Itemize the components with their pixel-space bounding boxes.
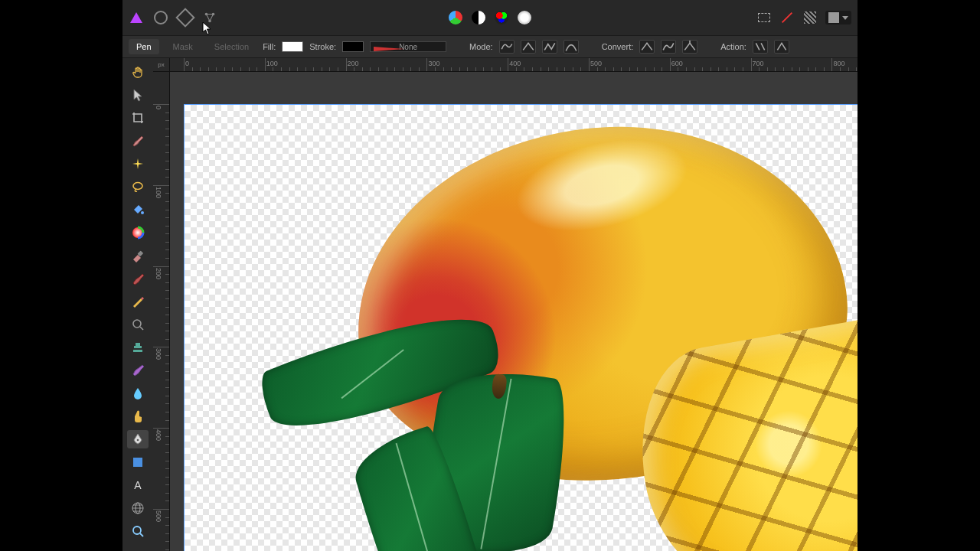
svg-point-3 bbox=[133, 183, 142, 190]
fill-label: Fill: bbox=[263, 42, 276, 51]
convert-sharp-icon[interactable] bbox=[639, 40, 655, 54]
channels-icon[interactable] bbox=[494, 10, 509, 25]
svg-rect-8 bbox=[133, 350, 142, 352]
color-picker-tool[interactable] bbox=[127, 223, 149, 242]
persona-toolbar bbox=[122, 0, 858, 35]
stroke-swatch[interactable] bbox=[342, 41, 364, 52]
contrast-icon[interactable] bbox=[471, 10, 486, 25]
flood-fill-tool[interactable] bbox=[127, 201, 149, 219]
zoom-blur-tool[interactable] bbox=[127, 315, 149, 334]
marquee-icon[interactable] bbox=[756, 10, 772, 25]
action-join-icon[interactable] bbox=[774, 40, 789, 54]
svg-point-7 bbox=[133, 320, 141, 328]
mix-brush-tool[interactable] bbox=[127, 269, 149, 288]
canvas-viewport[interactable] bbox=[170, 72, 858, 551]
convert-smart-icon[interactable] bbox=[682, 40, 697, 54]
move-tool[interactable] bbox=[127, 86, 149, 104]
action-label: Action: bbox=[720, 42, 746, 51]
view-zoom-tool[interactable] bbox=[127, 522, 149, 540]
stroke-label: Stroke: bbox=[309, 42, 336, 51]
tab-mask[interactable]: Mask bbox=[165, 39, 201, 54]
text-tool[interactable]: A bbox=[127, 476, 149, 494]
tool-panel: A bbox=[122, 58, 153, 551]
quick-mask-icon[interactable] bbox=[779, 10, 795, 25]
stroke-width-picker[interactable]: None bbox=[370, 41, 446, 52]
action-break-icon[interactable] bbox=[753, 40, 768, 54]
hand-tool[interactable] bbox=[127, 63, 149, 81]
svg-rect-10 bbox=[133, 458, 142, 467]
pen-tool[interactable] bbox=[127, 430, 149, 448]
stamp-tool[interactable] bbox=[127, 338, 149, 357]
tab-pen[interactable]: Pen bbox=[129, 39, 159, 54]
mode-polygon-icon[interactable] bbox=[499, 40, 514, 54]
convert-smooth-icon[interactable] bbox=[661, 40, 676, 54]
fill-swatch[interactable] bbox=[282, 41, 303, 52]
photo-persona-icon[interactable] bbox=[153, 10, 168, 25]
pixel-toggle-icon[interactable] bbox=[802, 10, 818, 25]
mode-line-icon[interactable] bbox=[521, 40, 536, 54]
mode-label: Mode: bbox=[469, 42, 493, 51]
mode-free-icon[interactable] bbox=[564, 40, 579, 54]
shape-dropdown[interactable] bbox=[825, 11, 851, 24]
chevron-down-icon bbox=[842, 16, 848, 20]
swatches-icon[interactable] bbox=[448, 10, 463, 25]
crop-tool[interactable] bbox=[127, 109, 149, 127]
lasso-tool[interactable] bbox=[127, 178, 149, 196]
document-canvas[interactable] bbox=[184, 104, 858, 551]
svg-text:A: A bbox=[134, 479, 142, 491]
svg-point-9 bbox=[137, 439, 139, 442]
context-toolbar: Pen Mask Selection Fill: Stroke: None Mo… bbox=[122, 35, 858, 58]
liquify-persona-icon[interactable] bbox=[178, 10, 193, 25]
mesh-warp-tool[interactable] bbox=[127, 499, 149, 517]
mode-smart-icon[interactable] bbox=[542, 40, 557, 54]
sparkle-tool[interactable] bbox=[127, 155, 149, 173]
cursor-icon bbox=[202, 21, 213, 35]
square-icon bbox=[828, 12, 839, 23]
rectangle-tool[interactable] bbox=[127, 453, 149, 471]
smudge-tool[interactable] bbox=[127, 407, 149, 425]
svg-point-4 bbox=[141, 211, 144, 214]
ruler-unit: px bbox=[153, 58, 170, 72]
app-logo-icon bbox=[129, 10, 144, 25]
luminance-icon[interactable] bbox=[517, 10, 532, 25]
convert-label: Convert: bbox=[602, 42, 634, 51]
dodge-tool[interactable] bbox=[127, 384, 149, 403]
healing-tool[interactable] bbox=[127, 361, 149, 380]
svg-point-14 bbox=[133, 527, 141, 534]
tab-selection[interactable]: Selection bbox=[207, 39, 256, 54]
pencil-tool[interactable] bbox=[127, 292, 149, 311]
paintbrush-tool[interactable] bbox=[127, 132, 149, 150]
ruler-vertical: 0100200300400500 bbox=[153, 72, 170, 551]
erase-brush-tool[interactable] bbox=[127, 246, 149, 265]
ruler-horizontal: 0100200300400500600700800 bbox=[170, 58, 858, 72]
